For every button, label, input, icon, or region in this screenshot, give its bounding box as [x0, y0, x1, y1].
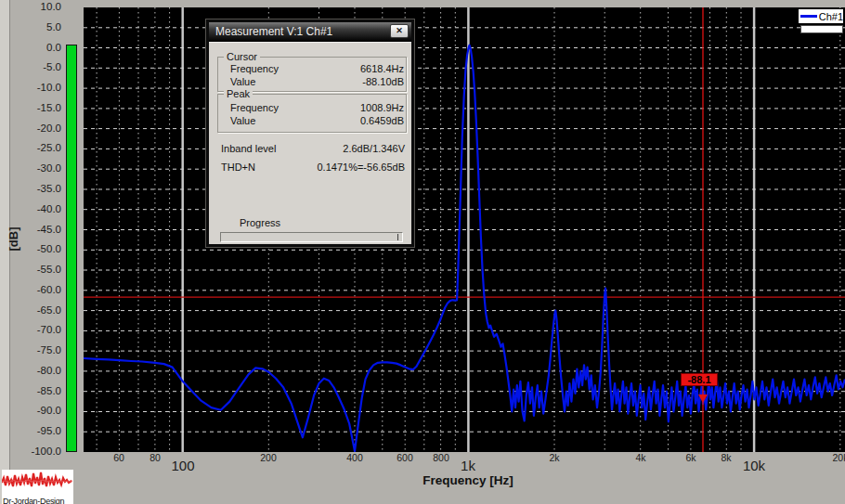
x-tick-label: 100 [171, 458, 194, 473]
x-tick-label: 2k [549, 452, 559, 463]
y-tick-label: -20.0 [37, 123, 61, 134]
close-button[interactable]: ✕ [390, 24, 409, 38]
x-tick-label: 4k [635, 452, 645, 463]
x-tick-label: 80 [150, 452, 161, 463]
cursor-frequency-row: Frequency 6618.4Hz [230, 63, 404, 75]
peak-frequency-label: Frequency [230, 102, 279, 113]
spectrum-trace-ch1 [84, 45, 845, 451]
peak-frequency-value: 1008.9Hz [360, 102, 404, 113]
x-tick-label: 10k [743, 458, 765, 473]
y-tick-label: -30.0 [37, 162, 61, 174]
inband-level-label: Inband level [221, 143, 276, 154]
y-tick-label: -80.0 [37, 365, 61, 376]
dialog-titlebar[interactable]: Measurement V:1 Ch#1 ✕ [209, 22, 411, 42]
y-tick-label: -15.0 [37, 102, 61, 113]
y-tick-label: 0.0 [46, 42, 61, 53]
x-tick-label: 20k [833, 452, 845, 463]
cursor-group-label: Cursor [224, 51, 260, 62]
app-window: [dB] 10.05.00.0-5.0-10.0-15.0-20.0-25.0-… [0, 0, 845, 504]
x-axis-title: Frequency [Hz] [375, 473, 561, 487]
y-tick-label: -85.0 [37, 385, 61, 396]
cursor-value-row: Value -88.10dB [230, 76, 404, 88]
y-tick-label: -100.0 [31, 446, 61, 457]
x-tick-label: 60 [113, 452, 124, 463]
peak-value-label: Value [230, 115, 255, 126]
x-tick-label: 800 [433, 452, 449, 463]
measurement-dialog: Measurement V:1 Ch#1 ✕ Cursor Frequency … [206, 19, 414, 247]
cursor-frequency-value: 6618.4Hz [360, 63, 404, 74]
level-meter-bar [66, 45, 77, 452]
x-tick-label: 400 [346, 452, 363, 463]
y-tick-label: -25.0 [37, 142, 61, 153]
y-tick-label: -60.0 [37, 284, 61, 295]
cursor-value-value: -88.10dB [362, 76, 404, 87]
logo-waveform-icon [2, 470, 73, 493]
logo-text: Dr-Jordan-Design [2, 497, 73, 504]
y-tick-label: -5.0 [43, 61, 61, 72]
y-tick-label: 5.0 [46, 21, 61, 32]
y-tick-label: -50.0 [37, 243, 61, 254]
cursor-value-label: Value [230, 76, 255, 87]
peak-frequency-row: Frequency 1008.9Hz [230, 102, 404, 114]
thdn-value: 0.1471%=-56.65dB [318, 162, 406, 173]
legend-entry-empty[interactable] [800, 25, 843, 33]
cursor-value-marker: -88.1 [681, 373, 718, 386]
dialog-title: Measurement V:1 Ch#1 [215, 22, 332, 42]
x-tick-label: 600 [396, 452, 413, 463]
peak-value-row: Value 0.6459dB [230, 115, 404, 127]
peak-group: Peak Frequency 1008.9Hz Value 0.6459dB [217, 94, 407, 133]
legend-entry-ch1[interactable]: Ch#1 [798, 8, 844, 24]
spectrum-canvas[interactable] [84, 7, 845, 452]
y-tick-label: -35.0 [37, 183, 61, 194]
progress-label: Progress [240, 217, 280, 228]
thdn-label: THD+N [221, 162, 255, 173]
x-tick-label: 200 [260, 452, 277, 463]
x-tick-label: 6k [685, 452, 696, 463]
cursor-group: Cursor Frequency 6618.4Hz Value -88.10dB [217, 57, 407, 92]
x-tick-label: 1k [461, 458, 475, 473]
y-tick-label: -90.0 [37, 405, 61, 416]
y-tick-label: 10.0 [41, 1, 61, 12]
peak-group-label: Peak [224, 88, 253, 99]
legend: Ch#1 [798, 8, 844, 33]
y-tick-label: -55.0 [37, 264, 61, 275]
dialog-content: Cursor Frequency 6618.4Hz Value -88.10dB… [209, 42, 411, 244]
x-tick-label: 8k [721, 452, 731, 463]
y-tick-label: -75.0 [37, 344, 61, 355]
close-icon: ✕ [391, 25, 408, 37]
y-tick-label: -45.0 [37, 224, 61, 235]
thdn-row: THD+N 0.1471%=-56.65dB [221, 162, 405, 174]
progress-tick [397, 234, 398, 240]
cursor-frequency-label: Frequency [230, 63, 279, 74]
app-logo: Dr-Jordan-Design [2, 470, 73, 504]
inband-level-row: Inband level 2.6dB/1.346V [221, 143, 405, 155]
y-axis-tick-labels: 10.05.00.0-5.0-10.0-15.0-20.0-25.0-30.0-… [0, 0, 61, 464]
y-tick-label: -40.0 [37, 203, 61, 214]
y-tick-label: -95.0 [37, 425, 61, 436]
peak-value-value: 0.6459dB [360, 115, 404, 126]
y-tick-label: -10.0 [37, 82, 61, 93]
legend-label: Ch#1 [819, 11, 843, 22]
progress-bar [220, 232, 403, 242]
spectrum-plot[interactable]: -88.1 [84, 7, 845, 452]
inband-level-value: 2.6dB/1.346V [343, 143, 405, 154]
y-tick-label: -65.0 [37, 304, 61, 316]
y-tick-label: -70.0 [37, 324, 61, 335]
legend-line-swatch-icon [800, 15, 817, 18]
